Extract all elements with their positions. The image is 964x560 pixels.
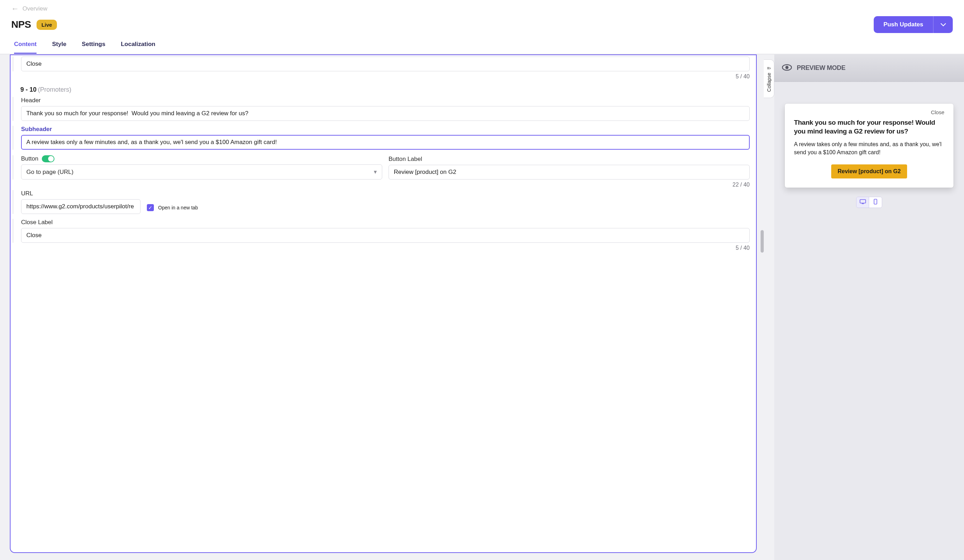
button-label-input[interactable]: [389, 165, 750, 179]
button-action-value: Go to page (URL): [26, 169, 73, 176]
button-label-field-label: Button Label: [389, 156, 750, 163]
button-action-select[interactable]: Go to page (URL) ▾: [21, 164, 382, 179]
push-updates-group: Push Updates: [874, 16, 953, 33]
preview-mode-label: PREVIEW MODE: [797, 64, 845, 72]
desktop-icon: [860, 199, 866, 205]
button-toggle[interactable]: [42, 155, 54, 162]
editor-scrollbar-thumb[interactable]: [760, 230, 764, 252]
back-arrow-icon[interactable]: ←: [11, 5, 19, 13]
preview-cta-button[interactable]: Review [product] on G2: [831, 164, 907, 179]
button-toggle-label: Button: [21, 155, 38, 162]
page-title: NPS: [11, 19, 31, 30]
subheader-field-label: Subheader: [21, 126, 750, 133]
main-split: 5 / 40 9 - 10 (Promoters) Header Subhead…: [0, 54, 964, 560]
collapse-label: Collapse: [766, 73, 772, 92]
header-input[interactable]: [21, 106, 750, 121]
app-root: ← Overview NPS Live Push Updates Content…: [0, 0, 964, 560]
preview-subheader-text: A review takes only a few minutes and, a…: [794, 140, 944, 156]
device-mobile-button[interactable]: [869, 197, 882, 208]
breadcrumb-label[interactable]: Overview: [23, 5, 47, 12]
mobile-icon: [874, 199, 877, 205]
close-label-field-label: Close Label: [21, 219, 750, 226]
editor-panel: 5 / 40 9 - 10 (Promoters) Header Subhead…: [10, 54, 757, 553]
close-label-counter: 5 / 40: [20, 245, 750, 251]
push-updates-button[interactable]: Push Updates: [874, 16, 933, 33]
preview-panel: PREVIEW MODE Close Thank you so much for…: [774, 54, 964, 560]
svg-rect-4: [874, 199, 877, 204]
preview-header: PREVIEW MODE: [774, 54, 964, 82]
header-field-label: Header: [21, 97, 750, 104]
chevron-down-icon: [940, 22, 946, 28]
chevron-down-icon: ▾: [374, 168, 377, 176]
tab-style[interactable]: Style: [52, 41, 67, 54]
editor-wrap: 5 / 40 9 - 10 (Promoters) Header Subhead…: [0, 54, 764, 560]
preview-body: Close Thank you so much for your respons…: [774, 82, 964, 560]
button-label-counter: 22 / 40: [20, 182, 750, 188]
device-desktop-button[interactable]: [857, 197, 869, 208]
prev-close-label-counter: 5 / 40: [20, 73, 750, 80]
tab-content[interactable]: Content: [14, 41, 37, 54]
svg-rect-2: [860, 200, 866, 203]
url-input[interactable]: [21, 199, 140, 214]
open-new-tab-checkbox[interactable]: ✓: [147, 204, 154, 211]
preview-close-link[interactable]: Close: [794, 109, 944, 115]
section-range-label: 9 - 10 (Promoters): [20, 86, 750, 93]
preview-card: Close Thank you so much for your respons…: [785, 104, 953, 187]
status-badge: Live: [37, 20, 57, 30]
open-new-tab-label: Open in a new tab: [158, 205, 198, 210]
title-bar: NPS Live Push Updates: [0, 15, 964, 37]
tabs: Content Style Settings Localization: [0, 37, 964, 54]
prev-close-label-input[interactable]: [21, 57, 750, 71]
subheader-input[interactable]: [21, 135, 750, 150]
collapse-icon: ≡›: [767, 66, 771, 71]
collapse-preview-handle[interactable]: ≡› Collapse: [764, 59, 774, 98]
device-toggle: [856, 197, 882, 208]
eye-icon: [782, 64, 792, 72]
tab-settings[interactable]: Settings: [82, 41, 106, 54]
svg-point-1: [785, 66, 789, 69]
svg-rect-3: [862, 203, 864, 204]
url-field-label: URL: [21, 190, 750, 197]
tab-localization[interactable]: Localization: [121, 41, 155, 54]
breadcrumb: ← Overview: [0, 0, 964, 15]
push-updates-dropdown[interactable]: [933, 16, 953, 33]
preview-header-text: Thank you so much for your response! Wou…: [794, 118, 944, 136]
close-label-input[interactable]: [21, 228, 750, 243]
